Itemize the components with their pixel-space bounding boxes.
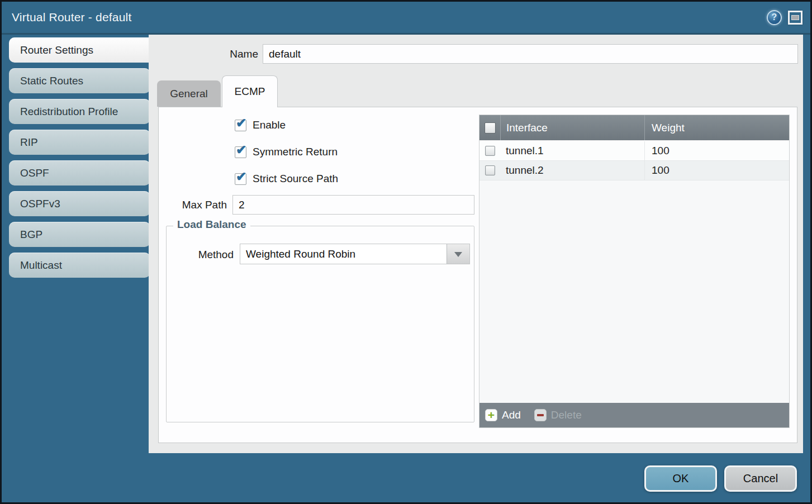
add-button-label: Add bbox=[502, 409, 521, 421]
tab-ecmp[interactable]: ECMP bbox=[222, 75, 278, 107]
method-label: Method bbox=[167, 249, 234, 261]
table-empty-area bbox=[479, 180, 789, 403]
minus-icon bbox=[534, 409, 547, 421]
table-row[interactable]: tunnel.1 100 bbox=[479, 141, 789, 161]
method-select[interactable]: Weighted Round Robin bbox=[240, 244, 470, 264]
symmetric-return-row: Symmetric Return bbox=[235, 145, 338, 159]
sidebar-item-bgp[interactable]: BGP bbox=[9, 222, 150, 247]
sidebar-item-multicast[interactable]: Multicast bbox=[9, 253, 150, 278]
strict-source-path-label: Strict Source Path bbox=[253, 173, 338, 185]
column-header-weight[interactable]: Weight bbox=[644, 115, 789, 140]
ok-button[interactable]: OK bbox=[644, 465, 717, 492]
sidebar-item-label: OSPFv3 bbox=[20, 198, 60, 210]
interface-table: Interface Weight tunnel.1 100 tunnel.2 1… bbox=[479, 115, 790, 428]
cell-interface: tunnel.2 bbox=[500, 161, 644, 180]
cell-interface: tunnel.1 bbox=[500, 141, 644, 160]
select-all-cell bbox=[479, 115, 500, 140]
strict-source-path-checkbox[interactable] bbox=[235, 173, 246, 185]
sidebar-item-rip[interactable]: RIP bbox=[9, 130, 150, 155]
row-checkbox[interactable] bbox=[485, 146, 495, 156]
add-button[interactable]: Add bbox=[485, 409, 521, 421]
sidebar-item-ospf[interactable]: OSPF bbox=[9, 160, 150, 186]
delete-button[interactable]: Delete bbox=[534, 409, 582, 421]
sidebar-item-router-settings[interactable]: Router Settings bbox=[9, 37, 150, 63]
cell-weight: 100 bbox=[644, 141, 789, 160]
row-checkbox-cell bbox=[479, 141, 500, 160]
help-icon[interactable] bbox=[767, 10, 782, 25]
name-input[interactable] bbox=[263, 44, 798, 64]
max-path-input[interactable] bbox=[232, 195, 474, 215]
tab-general[interactable]: General bbox=[157, 80, 221, 107]
sidebar-item-label: Static Routes bbox=[20, 75, 83, 87]
sidebar-item-label: Multicast bbox=[20, 259, 62, 272]
symmetric-return-checkbox[interactable] bbox=[235, 146, 246, 158]
max-path-label: Max Path bbox=[159, 199, 227, 211]
cancel-button[interactable]: Cancel bbox=[724, 465, 797, 492]
content-area: Name General ECMP Enable Symmetric Retur… bbox=[149, 35, 803, 453]
sidebar-item-label: BGP bbox=[20, 229, 42, 241]
select-all-checkbox[interactable] bbox=[485, 122, 496, 134]
column-header-interface[interactable]: Interface bbox=[500, 115, 644, 140]
cell-weight: 100 bbox=[644, 161, 789, 180]
strict-source-path-row: Strict Source Path bbox=[235, 172, 338, 186]
row-checkbox[interactable] bbox=[485, 165, 495, 175]
table-toolbar: Add Delete bbox=[479, 403, 789, 427]
row-checkbox-cell bbox=[479, 161, 500, 180]
sidebar-item-label: Router Settings bbox=[20, 44, 93, 56]
sidebar-item-label: RIP bbox=[20, 136, 38, 149]
titlebar: Virtual Router - default bbox=[2, 2, 810, 35]
sidebar: Router Settings Static Routes Redistribu… bbox=[9, 37, 150, 278]
chevron-down-glyph bbox=[454, 252, 462, 261]
ecmp-panel: Enable Symmetric Return Strict Source Pa… bbox=[158, 107, 797, 443]
minus-glyph bbox=[537, 414, 544, 416]
sidebar-item-static-routes[interactable]: Static Routes bbox=[9, 68, 150, 93]
sidebar-item-label: Redistribution Profile bbox=[20, 106, 118, 118]
chevron-down-icon[interactable] bbox=[447, 244, 469, 264]
maximize-icon[interactable] bbox=[788, 11, 802, 25]
enable-label: Enable bbox=[253, 119, 286, 131]
table-header: Interface Weight bbox=[479, 115, 789, 141]
name-label: Name bbox=[149, 48, 258, 60]
load-balance-legend: Load Balance bbox=[173, 218, 250, 231]
symmetric-return-label: Symmetric Return bbox=[253, 146, 338, 158]
load-balance-group: Load Balance Method Weighted Round Robin bbox=[166, 226, 474, 422]
table-row[interactable]: tunnel.2 100 bbox=[479, 161, 789, 180]
delete-button-label: Delete bbox=[551, 409, 582, 421]
sidebar-item-label: OSPF bbox=[20, 167, 49, 179]
enable-checkbox[interactable] bbox=[235, 120, 246, 131]
enable-row: Enable bbox=[235, 118, 286, 132]
dialog-title: Virtual Router - default bbox=[12, 11, 132, 24]
maximize-icon-inner bbox=[791, 15, 799, 20]
plus-icon bbox=[485, 409, 497, 421]
sidebar-item-redistribution-profile[interactable]: Redistribution Profile bbox=[9, 99, 150, 124]
sidebar-item-ospfv3[interactable]: OSPFv3 bbox=[9, 191, 150, 216]
virtual-router-dialog: Virtual Router - default Router Settings… bbox=[0, 0, 812, 504]
titlebar-icons bbox=[767, 10, 802, 25]
method-selected-value: Weighted Round Robin bbox=[240, 244, 447, 264]
